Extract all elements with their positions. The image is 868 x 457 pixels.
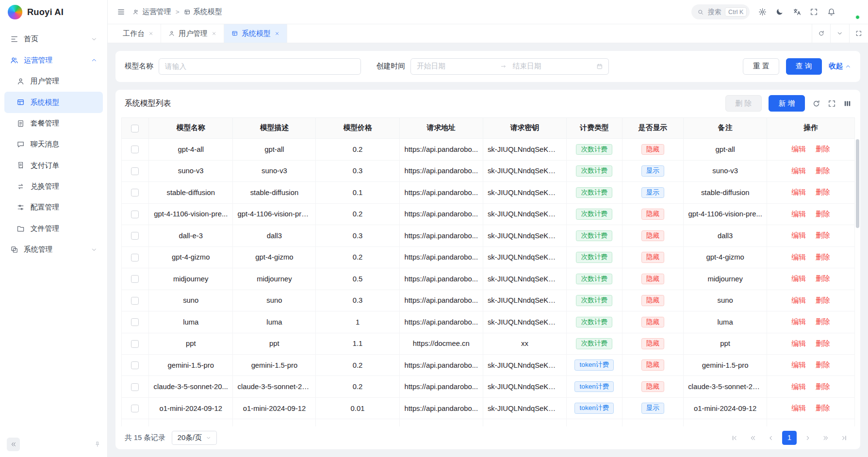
tab-system-model[interactable]: 系统模型: [224, 24, 287, 43]
table-scroll-area[interactable]: 模型名称 模型描述 模型价格 请求地址 请求密钥 计费类型 是否显示 备注 操作: [121, 117, 855, 426]
sidebar-item-file-management[interactable]: 文件管理: [4, 218, 103, 239]
delete-link[interactable]: 删除: [816, 296, 830, 304]
tab-maximize-icon[interactable]: [849, 24, 868, 43]
sidebar-item-payment-orders[interactable]: 支付订单: [4, 155, 103, 176]
sidebar-item-user-management[interactable]: 用户管理: [4, 71, 103, 92]
cell-model-price: 0.2: [316, 246, 399, 268]
tab-user-management[interactable]: 用户管理: [161, 24, 224, 43]
sidebar-item-system-management[interactable]: 系统管理: [4, 239, 103, 260]
menu-toggle-icon[interactable]: [117, 8, 125, 16]
table-scrollbar-thumb[interactable]: [856, 139, 859, 228]
delete-link[interactable]: 删除: [816, 253, 830, 261]
delete-link[interactable]: 删除: [816, 404, 830, 412]
row-checkbox[interactable]: [131, 189, 139, 196]
tab-refresh-icon[interactable]: [812, 24, 831, 43]
close-icon[interactable]: [212, 31, 216, 36]
row-checkbox[interactable]: [131, 211, 139, 218]
cell-request-url: https://api.pandarobo...: [399, 311, 483, 333]
page-size-select[interactable]: 20条/页: [172, 431, 216, 445]
edit-link[interactable]: 编辑: [791, 253, 806, 261]
next-fast-button[interactable]: [819, 431, 833, 445]
delete-link[interactable]: 删除: [816, 275, 830, 282]
sidebar-item-chat-messages[interactable]: 聊天消息: [4, 134, 103, 155]
delete-button[interactable]: 删 除: [725, 95, 762, 112]
row-checkbox[interactable]: [131, 254, 139, 261]
pin-icon[interactable]: [94, 441, 101, 448]
app-logo[interactable]: Ruoyi AI: [0, 0, 107, 24]
first-page-button[interactable]: [727, 431, 742, 445]
sidebar-item-home[interactable]: 首页: [4, 29, 103, 49]
row-checkbox[interactable]: [131, 146, 139, 153]
sidebar-item-package-management[interactable]: 套餐管理: [4, 113, 103, 134]
sidebar-item-config-management[interactable]: 配置管理: [4, 197, 103, 218]
notifications-bell-icon[interactable]: [827, 8, 835, 16]
prev-page-button[interactable]: [764, 431, 778, 445]
edit-link[interactable]: 编辑: [791, 167, 806, 175]
collapse-filter-link[interactable]: 收起: [829, 62, 852, 71]
edit-link[interactable]: 编辑: [791, 404, 806, 412]
prev-fast-button[interactable]: [746, 431, 760, 445]
edit-link[interactable]: 编辑: [791, 318, 806, 326]
breadcrumb-item-operations[interactable]: 运营管理: [133, 7, 171, 16]
sidebar-item-operations[interactable]: 运营管理: [4, 50, 103, 71]
translate-icon[interactable]: [793, 8, 801, 16]
current-page-button[interactable]: 1: [782, 431, 797, 445]
delete-link[interactable]: 删除: [816, 231, 830, 239]
delete-link[interactable]: 删除: [816, 383, 830, 391]
edit-link[interactable]: 编辑: [791, 188, 806, 196]
delete-link[interactable]: 删除: [816, 210, 830, 218]
add-button[interactable]: 新 增: [769, 95, 805, 112]
model-name-input[interactable]: [159, 58, 360, 75]
settings-gear-icon[interactable]: [758, 8, 767, 16]
tab-workbench[interactable]: 工作台: [115, 24, 161, 43]
cell-visibility: 隐藏: [622, 290, 683, 311]
sidebar-collapse-button[interactable]: [7, 438, 20, 451]
column-settings-icon[interactable]: [843, 99, 852, 108]
row-checkbox[interactable]: [131, 275, 139, 283]
last-page-button[interactable]: [837, 431, 852, 445]
reset-button[interactable]: 重 置: [743, 58, 779, 75]
edit-link[interactable]: 编辑: [791, 296, 806, 304]
cell-remark: suno-v3: [684, 160, 767, 181]
edit-link[interactable]: 编辑: [791, 361, 806, 369]
delete-link[interactable]: 删除: [816, 167, 830, 175]
edit-link[interactable]: 编辑: [791, 210, 806, 218]
select-all-checkbox[interactable]: [131, 125, 139, 132]
edit-link[interactable]: 编辑: [791, 383, 806, 391]
close-icon[interactable]: [148, 31, 153, 36]
row-checkbox[interactable]: [131, 297, 139, 305]
breadcrumb-item-system-model[interactable]: 系统模型: [184, 7, 222, 16]
delete-link[interactable]: 删除: [816, 188, 830, 196]
row-checkbox[interactable]: [131, 405, 139, 412]
edit-link[interactable]: 编辑: [791, 340, 806, 347]
search-button[interactable]: 查 询: [786, 58, 822, 75]
sidebar-item-system-model[interactable]: 系统模型: [4, 92, 103, 113]
row-checkbox[interactable]: [131, 167, 139, 175]
delete-link[interactable]: 删除: [816, 340, 830, 347]
edit-link[interactable]: 编辑: [791, 275, 806, 282]
sidebar-item-exchange-management[interactable]: 兑换管理: [4, 176, 103, 197]
delete-link[interactable]: 删除: [816, 145, 830, 153]
arrow-right-icon: [500, 63, 507, 70]
user-avatar[interactable]: [844, 4, 859, 19]
edit-link[interactable]: 编辑: [791, 231, 806, 239]
delete-link[interactable]: 删除: [816, 318, 830, 326]
global-search[interactable]: 搜索 Ctrl K: [691, 4, 750, 19]
date-range-picker[interactable]: 开始日期 结束日期: [410, 58, 608, 75]
row-checkbox[interactable]: [131, 340, 139, 348]
delete-link[interactable]: 删除: [816, 361, 830, 369]
cell-operations: 编辑 删除: [767, 333, 854, 354]
row-checkbox[interactable]: [131, 318, 139, 326]
expand-table-icon[interactable]: [828, 99, 836, 108]
sidebar-footer: [0, 436, 107, 457]
row-checkbox[interactable]: [131, 383, 139, 391]
tab-menu-chevron-down-icon[interactable]: [830, 24, 849, 43]
edit-link[interactable]: 编辑: [791, 145, 806, 153]
dark-mode-moon-icon[interactable]: [775, 8, 784, 16]
close-icon[interactable]: [275, 31, 279, 36]
fullscreen-icon[interactable]: [810, 8, 818, 16]
row-checkbox[interactable]: [131, 361, 139, 369]
row-checkbox[interactable]: [131, 232, 139, 240]
next-page-button[interactable]: [801, 431, 815, 445]
refresh-icon[interactable]: [812, 99, 820, 108]
